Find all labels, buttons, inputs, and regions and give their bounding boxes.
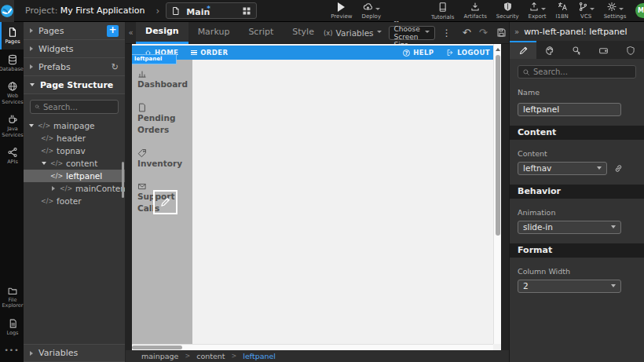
more-options-button[interactable]: ⋮	[442, 27, 452, 38]
properties-search-input[interactable]	[533, 68, 628, 76]
page-selector[interactable]: Main*	[166, 2, 257, 19]
canvas-horizontal-scrollbar[interactable]	[132, 344, 493, 350]
tutorials-button[interactable]: Tutorials	[426, 2, 459, 20]
structure-search-input[interactable]	[43, 103, 114, 112]
page-selector-value: Main*	[186, 5, 210, 17]
tree-node-content[interactable]: </> content	[24, 157, 125, 170]
wavemaker-logo[interactable]	[0, 0, 14, 22]
tab-script[interactable]: Script	[239, 22, 283, 44]
chevron-right-icon	[30, 64, 33, 69]
section-prefabs[interactable]: Prefabs ↻	[24, 58, 125, 76]
project-title: Project: My First Application	[25, 5, 145, 16]
scroll-thumb[interactable]	[132, 346, 182, 349]
expand-icon[interactable]	[42, 162, 46, 165]
redo-button[interactable]: ↷	[479, 27, 488, 38]
refresh-icon[interactable]: ↻	[112, 62, 119, 72]
scroll-up-icon[interactable]	[496, 48, 500, 51]
properties-search[interactable]	[518, 65, 636, 79]
i18n-button[interactable]: I18N	[551, 2, 573, 20]
content-select[interactable]: leftnav	[518, 162, 607, 175]
widget-breadcrumb: mainpage > content > leftpanel	[126, 350, 509, 362]
artifacts-button[interactable]: Artifacts	[459, 2, 491, 20]
variables-dropdown[interactable]: (x) Variables	[324, 28, 382, 38]
scroll-thumb[interactable]	[496, 55, 500, 236]
code-icon: </>	[41, 135, 53, 142]
collapse-icon[interactable]	[52, 186, 55, 191]
collapse-left-panel-button[interactable]: «	[126, 28, 136, 37]
rail-item-logs[interactable]: Logs	[0, 313, 24, 341]
rail-item-file-explorer[interactable]: File Explorer	[0, 281, 24, 313]
deploy-button[interactable]: Deploy	[357, 2, 386, 20]
rail-more-button[interactable]: •••	[0, 340, 24, 362]
book-icon	[437, 2, 448, 13]
rail-item-databases[interactable]: Databases	[0, 49, 24, 77]
column-width-select[interactable]: 2	[518, 280, 621, 293]
leftpanel-widget[interactable]: Dashboard Pending Orders Inventory	[132, 60, 192, 344]
name-input[interactable]	[518, 103, 621, 116]
selected-widget-tag[interactable]: leftpanel	[132, 54, 177, 64]
vcs-button[interactable]: VCS	[573, 2, 599, 20]
section-pages[interactable]: Pages +	[24, 22, 125, 40]
rail-item-pages[interactable]: Pages	[0, 22, 24, 49]
add-page-button[interactable]: +	[107, 25, 119, 37]
grid-view-icon[interactable]	[242, 6, 251, 16]
tab-security[interactable]	[617, 41, 644, 59]
nav-item-pending-orders[interactable]: Pending Orders	[132, 103, 192, 136]
tab-markup[interactable]: Markup	[188, 22, 240, 44]
envelope-icon	[137, 182, 147, 191]
format-section-header: Format	[510, 243, 644, 258]
section-widgets[interactable]: Widgets	[24, 40, 125, 58]
tab-events[interactable]	[563, 41, 590, 59]
nav-order[interactable]: ORDER	[191, 49, 228, 57]
nav-item-inventory[interactable]: Inventory	[132, 148, 192, 170]
bind-property-button[interactable]	[613, 163, 624, 174]
edit-widget-button[interactable]	[153, 190, 177, 214]
save-button[interactable]	[496, 27, 507, 38]
export-button[interactable]: Export	[524, 2, 551, 20]
tree-node-leftpanel[interactable]: </> leftpanel	[24, 170, 125, 182]
expand-panel-button[interactable]: »	[514, 27, 519, 36]
page-structure-body: </> mainpage </> header </> topnav </> c…	[24, 94, 125, 344]
nav-logout[interactable]: LOGOUT	[446, 49, 490, 57]
structure-search[interactable]	[30, 100, 119, 114]
user-avatar[interactable]: MP	[635, 3, 644, 18]
canvas-vertical-scrollbar[interactable]	[493, 44, 501, 344]
tab-style[interactable]: Style	[283, 22, 324, 44]
settings-button[interactable]: Settings	[599, 2, 631, 20]
expand-icon[interactable]	[29, 124, 34, 127]
tab-properties[interactable]	[510, 41, 536, 59]
animation-select[interactable]: slide-in	[518, 221, 621, 234]
tab-device[interactable]	[591, 41, 617, 59]
section-variables[interactable]: Variables	[24, 344, 125, 362]
security-button[interactable]: Security	[492, 2, 524, 20]
tab-styles[interactable]	[536, 41, 563, 59]
cursor-icon	[572, 46, 582, 56]
nav-item-dashboard[interactable]: Dashboard	[132, 69, 192, 90]
breadcrumb-leftpanel[interactable]: leftpanel	[243, 352, 276, 360]
breadcrumb-mainpage[interactable]: mainpage	[141, 352, 178, 360]
nav-help[interactable]: ? HELP	[403, 49, 434, 57]
rail-item-java-services[interactable]: Java Services	[0, 109, 24, 142]
undo-button[interactable]: ↶	[463, 27, 471, 38]
section-page-structure[interactable]: Page Structure	[24, 76, 125, 94]
tree-node-header[interactable]: </> header	[24, 132, 125, 144]
tree-node-footer[interactable]: </> footer	[24, 195, 125, 207]
chevron-right-icon	[30, 28, 33, 33]
tree-node-maincontent[interactable]: </> mainContent	[24, 182, 125, 195]
download-tray-icon	[470, 2, 481, 12]
screen-size-select[interactable]: -- Choose Screen Size --	[389, 26, 435, 40]
tag-icon	[137, 148, 147, 158]
rail-item-apis[interactable]: APIs	[0, 142, 24, 170]
breadcrumb-content[interactable]: content	[196, 352, 225, 360]
design-canvas[interactable]: HOME ORDER ? HELP LOGOUT	[132, 44, 501, 350]
code-icon: </>	[38, 122, 50, 130]
preview-button[interactable]: Preview	[326, 2, 357, 20]
tab-design[interactable]: Design	[136, 22, 188, 44]
app-navbar[interactable]: HOME ORDER ? HELP LOGOUT	[132, 46, 501, 60]
breadcrumb-separator: >	[185, 353, 190, 360]
chevron-down-icon	[619, 8, 624, 10]
tree-node-topnav[interactable]: </> topnav	[24, 144, 125, 157]
left-panel-scrollbar[interactable]	[122, 162, 124, 198]
rail-item-web-services[interactable]: Web Services	[0, 76, 24, 109]
tree-node-mainpage[interactable]: </> mainpage	[24, 119, 125, 132]
